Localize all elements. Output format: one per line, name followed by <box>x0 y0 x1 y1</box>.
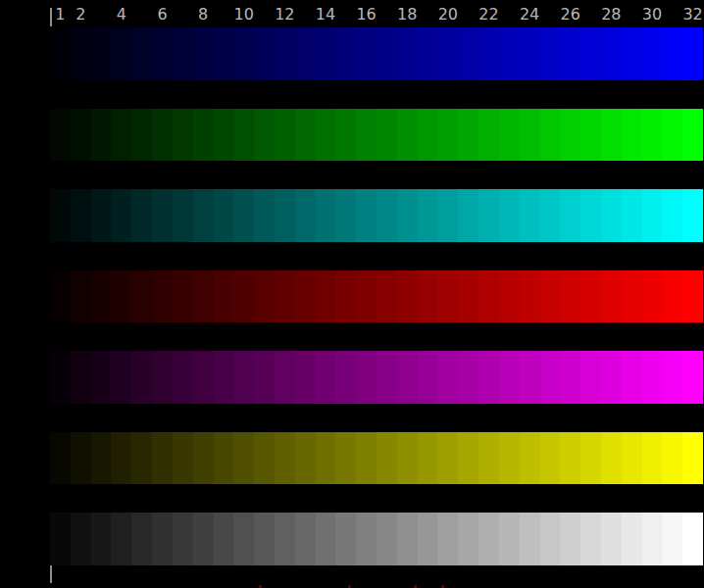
ramp-step <box>335 513 356 565</box>
ramp-step <box>580 432 601 485</box>
color-ramp-row-green <box>50 109 703 162</box>
ramp-step <box>458 109 478 162</box>
ramp-step <box>131 513 152 565</box>
ramp-step <box>622 513 642 565</box>
ramp-step <box>152 189 173 242</box>
ramp-step <box>71 432 91 485</box>
ramp-step <box>478 27 499 80</box>
ramp-step <box>478 109 499 162</box>
ramp-step <box>662 109 682 162</box>
ramp-step <box>335 189 356 242</box>
ramp-step <box>662 432 682 485</box>
ramp-step <box>622 27 642 80</box>
ramp-step <box>173 189 193 242</box>
ramp-step <box>152 513 173 565</box>
ramp-step <box>50 432 71 485</box>
ramp-step <box>499 109 520 162</box>
ramp-step <box>601 109 622 162</box>
ramp-step <box>397 27 418 80</box>
ramp-step <box>397 189 418 242</box>
ramp-step <box>642 27 663 80</box>
ramp-step <box>397 432 418 485</box>
ramp-step <box>275 270 295 323</box>
ramp-step <box>458 270 478 323</box>
ramp-step <box>316 189 336 242</box>
ramp-step <box>91 351 112 404</box>
ramp-step <box>478 189 499 242</box>
ramp-step <box>152 351 173 404</box>
ramp-step <box>560 27 580 80</box>
ramp-step <box>356 432 377 485</box>
ramp-step <box>642 270 663 323</box>
ramp-step <box>356 27 377 80</box>
ramp-step <box>316 270 336 323</box>
ramp-step <box>499 351 520 404</box>
step-label: 1 <box>55 7 65 23</box>
ramp-step <box>540 270 561 323</box>
ramp-step <box>377 513 397 565</box>
step-label: 24 <box>520 7 539 23</box>
ramp-step <box>275 109 295 162</box>
ramp-step <box>580 351 601 404</box>
ramp-step <box>275 513 295 565</box>
ramp-step <box>173 270 193 323</box>
ramp-step <box>478 513 499 565</box>
ramp-step <box>458 513 478 565</box>
ramp-step <box>601 513 622 565</box>
ramp-step <box>214 270 234 323</box>
ramp-step <box>131 351 152 404</box>
ramp-step <box>193 432 214 485</box>
ramp-step <box>233 109 254 162</box>
ramp-step <box>335 109 356 162</box>
ramp-step <box>71 513 91 565</box>
ramp-step <box>173 109 193 162</box>
ramp-step <box>214 109 234 162</box>
color-ramp-row-magenta <box>50 351 703 404</box>
ramp-step <box>437 189 458 242</box>
ramp-step <box>111 513 131 565</box>
ramp-step <box>173 351 193 404</box>
step-label: 10 <box>234 7 254 23</box>
ramp-step <box>335 432 356 485</box>
ramp-step <box>622 109 642 162</box>
ramp-step <box>275 189 295 242</box>
ramp-step <box>214 189 234 242</box>
ramp-step <box>682 27 703 80</box>
ramp-step <box>295 432 316 485</box>
ramp-step <box>622 189 642 242</box>
ramp-step <box>397 351 418 404</box>
ramp-step <box>377 189 397 242</box>
ramp-step <box>437 351 458 404</box>
ramp-step <box>418 27 438 80</box>
ramp-step <box>111 109 131 162</box>
ramp-step <box>418 189 438 242</box>
ramp-step <box>91 270 112 323</box>
ramp-step <box>131 432 152 485</box>
ramp-step <box>682 513 703 565</box>
ramp-step <box>214 513 234 565</box>
ramp-step <box>458 27 478 80</box>
ramp-step <box>499 513 520 565</box>
ramp-step <box>437 27 458 80</box>
ramp-step <box>478 432 499 485</box>
ramp-step <box>458 432 478 485</box>
ramp-step <box>111 27 131 80</box>
ramp-step <box>540 351 561 404</box>
color-ramp-row-gray <box>50 513 703 565</box>
color-ramp-row-yellow <box>50 432 703 485</box>
axis-start-tick-bottom <box>50 565 52 583</box>
color-ramp-row-cyan <box>50 189 703 242</box>
step-label: 6 <box>157 7 167 23</box>
ramp-step <box>642 189 663 242</box>
ramp-step <box>397 109 418 162</box>
ramp-step <box>233 432 254 485</box>
ramp-step <box>233 270 254 323</box>
color-ramp-row-blue <box>50 27 703 80</box>
ramp-step <box>193 270 214 323</box>
ramp-step <box>131 189 152 242</box>
ramp-step <box>71 270 91 323</box>
step-label: 16 <box>356 7 376 23</box>
ramp-step <box>316 432 336 485</box>
ramp-step <box>254 513 275 565</box>
ramp-step <box>173 432 193 485</box>
